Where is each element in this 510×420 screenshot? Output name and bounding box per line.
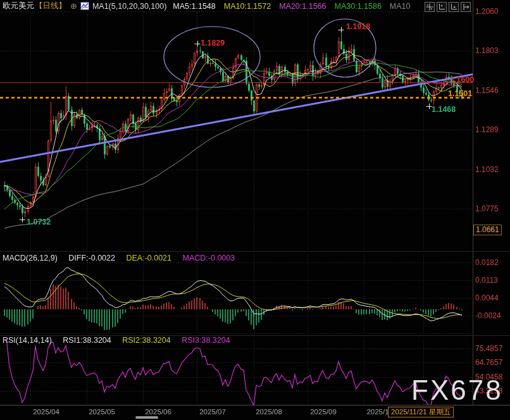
fx678-watermark: FX678 [411, 374, 503, 406]
macd-hist-value: MACD:-0.0003 [183, 254, 235, 262]
ma-value-label: MA30:1.1586 [335, 2, 382, 11]
rsi1-value: RSI1:38.3204 [63, 336, 111, 345]
axis-scale-right-icon[interactable] [449, 2, 459, 12]
ma-value-label: MA5:1.1548 [173, 2, 215, 11]
rsi3-value: RSI3:38.3204 [182, 336, 230, 345]
macd-title[interactable]: MACD(26,12,9) [3, 254, 58, 262]
rsi-panel-header: RSI(14,14,14) RSI1:38.3204 RSI2:38.3204 … [3, 336, 239, 345]
rsi2-value: RSI2:38.3204 [122, 336, 170, 345]
axis-low-price-box: 1.0661 [473, 225, 502, 235]
ma-settings-label[interactable]: MA1(5,10,20,30,100) [92, 2, 166, 11]
low-price-label-march: 1.0732 [27, 218, 51, 226]
chart-type-icon[interactable] [80, 2, 89, 10]
axis-shift-icon[interactable] [461, 2, 471, 12]
symbol-title: 欧元美元 [3, 1, 34, 11]
macd-dea-value: DEA:-0.0021 [126, 254, 171, 262]
ma-value-label: MA20:1.1566 [279, 2, 326, 11]
current-price-label: 1.1501 [448, 89, 472, 98]
link-icon[interactable]: ⊕ [70, 1, 77, 11]
high-price-label-september: 1.1918 [346, 22, 370, 31]
macd-panel-header: MACD(26,12,9) DIFF:-0.0022 DEA:-0.0021 M… [3, 254, 244, 262]
chart-header: 欧元美元 【日线】 ⊕ MA1(5,10,20,30,100) MA5:1.15… [3, 1, 419, 11]
high-price-label-july: 1.1829 [201, 39, 225, 47]
ma-values: MA5:1.1548MA10:1.1572MA20:1.1566MA30:1.1… [173, 2, 418, 11]
chart-application-window: 欧元美元 【日线】 ⊕ MA1(5,10,20,30,100) MA5:1.15… [0, 0, 510, 420]
axis-scale-left-icon[interactable] [437, 2, 447, 12]
low-price-label-november: 1.1468 [432, 105, 456, 114]
chart-toolbar [425, 2, 471, 12]
resistance-line-label[interactable]: 1.1600 [450, 75, 474, 84]
price-chart-canvas[interactable] [0, 0, 510, 420]
ma-value-label: MA10 [390, 2, 411, 11]
macd-diff-value: DIFF:-0.0022 [68, 254, 115, 262]
period-label[interactable]: 【日线】 [35, 1, 66, 11]
ma-value-label: MA10:1.1572 [224, 2, 271, 11]
scrollbar-thumb[interactable] [135, 416, 158, 419]
rsi-title[interactable]: RSI(14,14,14) [3, 336, 52, 345]
current-date-label: 2025/11/21 星期五 [388, 407, 454, 417]
pan-crosshair-icon[interactable] [425, 2, 435, 12]
